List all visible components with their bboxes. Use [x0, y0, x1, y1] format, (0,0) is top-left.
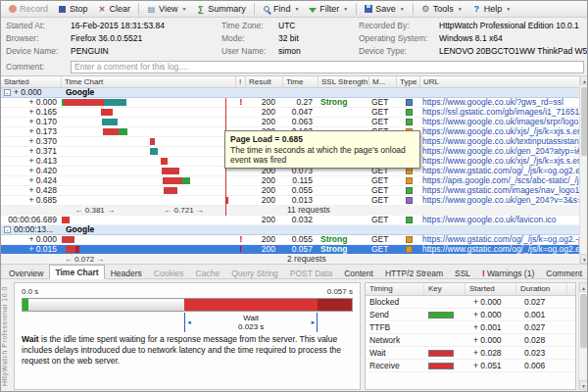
wait-term: Wait [22, 334, 39, 344]
timing-name: Receive [366, 360, 424, 371]
session-info-panel: Started At:16-Feb-2015 18:31:53.84Browse… [1, 19, 587, 59]
view-button[interactable]: ▤View▼ [142, 2, 191, 16]
content-type-cell [397, 196, 420, 206]
tab-label: Cache [196, 269, 220, 278]
wait-description: Wait is the idle time spent waiting for … [22, 334, 353, 367]
tab-time-chart[interactable]: Time Chart [49, 265, 104, 279]
result-code: 200 [246, 118, 283, 127]
record-button[interactable]: Record [4, 2, 53, 16]
stop-button[interactable]: Stop [53, 2, 93, 16]
column-header-started[interactable]: Started [1, 76, 62, 87]
column-header-time-chart[interactable]: Time Chart [62, 76, 236, 87]
tab-comment[interactable]: Comment [540, 266, 588, 278]
scroll-down-icon[interactable]: ▼ [580, 254, 588, 264]
comment-input[interactable] [71, 61, 584, 74]
collapse-icon[interactable]: - [4, 89, 11, 96]
column-header-col[interactable]: ! [236, 76, 246, 87]
tab-post-data[interactable]: POST Data [284, 266, 338, 278]
tools-icon: ⚙ [421, 5, 430, 14]
content-type-cell [397, 245, 420, 255]
request-started: + 0.165 [1, 108, 62, 118]
js-type-icon [406, 236, 413, 243]
time-chart-bar [103, 128, 127, 135]
help-button[interactable]: ?Help▼ [467, 2, 515, 16]
request-row[interactable]: + 0.1652000.047GEThttps://ssl.gstatic.co… [1, 108, 588, 118]
ssl-strength [318, 108, 369, 118]
request-started: + 0.170 [1, 118, 62, 127]
request-row[interactable]: + 0.1702000.063GEThttps://www.google.co.… [1, 118, 588, 127]
device-type-label: Device Type: [359, 46, 439, 56]
started-at-label: Started At: [6, 21, 71, 30]
request-row[interactable]: + 0.015!2000.057StrongGEThttps://www.gst… [1, 245, 588, 255]
request-row[interactable]: 00:00:06.6892000.032GEThttps://www.googl… [1, 216, 588, 225]
request-row[interactable]: + 0.000!2000.27StrongGEThttps://www.goog… [1, 98, 588, 108]
tab-overview[interactable]: Overview [3, 266, 49, 278]
save-button[interactable]: Save▼ [360, 2, 409, 16]
request-row[interactable]: + 0.4242000.115GEThttps://apis.google.co… [1, 176, 588, 186]
request-row[interactable]: + 0.6852000.013GEThttps://www.google.co.… [1, 196, 588, 206]
column-header-m[interactable]: M... [369, 76, 397, 87]
column-header-result[interactable]: Result [246, 76, 283, 87]
summary-time-label: ← 0.072 → [65, 255, 104, 264]
find-button[interactable]: Find▼ [258, 2, 304, 16]
summary-started [1, 206, 62, 216]
request-started: + 0.413 [1, 157, 62, 167]
tab-query-string[interactable]: Query String [225, 266, 284, 278]
tab-cookies[interactable]: Cookies [148, 266, 190, 278]
tab-headers[interactable]: Headers [105, 266, 148, 278]
column-header-time[interactable]: Time [283, 76, 318, 87]
bar-segment [162, 168, 179, 174]
page-group-row[interactable]: -+ 0.000Google [1, 88, 588, 98]
tools-button[interactable]: ⚙Tools▼ [416, 2, 467, 16]
timing-key [424, 296, 466, 308]
wait-description-text: is the idle time spent waiting for a res… [22, 334, 341, 366]
grid-scrollbar[interactable]: ▲ ▼ [579, 75, 588, 264]
collapse-icon[interactable]: - [4, 226, 11, 233]
timing-duration: 0.023 [516, 347, 567, 359]
time-chart-bar [101, 109, 112, 116]
time-value: 0.047 [283, 108, 318, 118]
bar-segment [101, 109, 112, 116]
summary-button[interactable]: ∑Summary [191, 2, 251, 16]
operating-system-label: Operating System: [359, 33, 439, 43]
request-time-chart [62, 157, 236, 167]
column-header-url[interactable]: URL [420, 76, 588, 87]
timings-scrollbar[interactable]: ▲ ▼ [578, 282, 588, 390]
column-header-ssl-strength[interactable]: SSL Strength [318, 76, 369, 87]
tab-content[interactable]: Content [338, 266, 379, 278]
timings-scroll-thumb[interactable] [580, 294, 587, 348]
result-code: 200 [246, 235, 283, 245]
timings-scroll-down-icon[interactable]: ▼ [579, 380, 588, 390]
timings-scroll-up-icon[interactable]: ▲ [579, 282, 588, 292]
time-value: 0.063 [283, 118, 318, 127]
tab-warnings-1[interactable]: !Warnings (1) [476, 266, 540, 278]
tab-cache[interactable]: Cache [190, 266, 226, 278]
timings-column-duration: Duration [516, 283, 567, 295]
page-title: Google [64, 225, 94, 234]
tab-ssl[interactable]: SSL [449, 266, 476, 278]
request-started: 00:00:06.689 [1, 216, 62, 225]
tab-http-2-stream[interactable]: HTTP/2 Stream [379, 266, 449, 278]
tab-label: Cookies [154, 269, 184, 278]
grid-body: -+ 0.000Google+ 0.000!2000.27StrongGETht… [1, 88, 588, 265]
chevron-down-icon: ▼ [506, 6, 511, 12]
request-time-chart [62, 118, 236, 127]
mode-label: Mode: [221, 33, 278, 43]
timings-rows: Blocked+ 0.0000.027Send+ 0.0000.001TTFB+… [366, 296, 575, 372]
request-time-chart [62, 176, 236, 186]
page-group-row[interactable]: -00:00:13...Google [1, 225, 588, 235]
request-started: + 0.424 [1, 176, 62, 186]
ssl-strength: Strong [318, 245, 369, 255]
request-row[interactable]: + 0.000!2000.055StrongGEThttps://www.gst… [1, 235, 588, 245]
page-title: Google [64, 88, 94, 97]
tab-label: HTTP/2 Stream [385, 269, 443, 278]
gen-type-icon [406, 197, 413, 204]
clear-button[interactable]: ✕Clear [93, 2, 136, 16]
time-chart-bar [161, 158, 168, 165]
save-button-label: Save [375, 4, 396, 14]
filter-button[interactable]: Filter▼ [304, 2, 353, 16]
request-row[interactable]: + 0.4282000.055GEThttps://www.gstatic.co… [1, 186, 588, 196]
grid-scroll-thumb[interactable] [581, 87, 588, 156]
column-header-type[interactable]: Type [397, 76, 420, 87]
scroll-up-icon[interactable]: ▲ [580, 75, 588, 85]
